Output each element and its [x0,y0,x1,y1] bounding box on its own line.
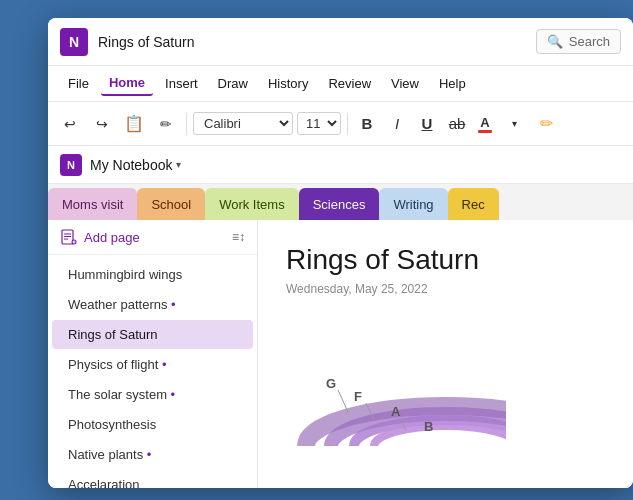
underline-button[interactable]: U [414,111,440,137]
menu-view[interactable]: View [383,72,427,95]
svg-text:F: F [354,389,362,404]
sort-icon[interactable]: ≡↕ [232,230,245,244]
search-label: Search [569,34,610,49]
highlight-button[interactable]: ✏ [532,110,560,138]
window-title: Rings of Saturn [98,34,536,50]
page-item-photosynthesis[interactable]: Photosynthesis [52,410,253,439]
search-icon: 🔍 [547,34,563,49]
menu-history[interactable]: History [260,72,316,95]
svg-text:G: G [326,376,336,391]
color-dropdown-button[interactable]: ▾ [500,110,528,138]
redo-button[interactable]: ↪ [88,110,116,138]
notebook-name[interactable]: My Notebook [90,157,172,173]
tab-writing[interactable]: Writing [379,188,447,220]
tab-moms-visit[interactable]: Moms visit [48,188,137,220]
undo-button[interactable]: ↩ [56,110,84,138]
page-list: Hummingbird wings Weather patterns Rings… [48,255,257,488]
note-date: Wednesday, May 25, 2022 [286,282,605,296]
title-bar: N Rings of Saturn 🔍 Search [48,18,633,66]
page-item-physics-of-flight[interactable]: Physics of flight [52,350,253,379]
page-item-accelaration[interactable]: Accelaration [52,470,253,488]
svg-rect-11 [286,446,506,476]
note-title: Rings of Saturn [286,244,605,276]
content-area: Add page ≡↕ Hummingbird wings Weather pa… [48,220,633,488]
notebook-chevron-icon[interactable]: ▾ [176,159,181,170]
saturn-diagram-svg: G F A B [286,316,506,476]
page-item-weather-patterns[interactable]: Weather patterns [52,290,253,319]
menu-insert[interactable]: Insert [157,72,206,95]
menu-review[interactable]: Review [320,72,379,95]
tab-work-items[interactable]: Work Items [205,188,299,220]
svg-text:A: A [391,404,401,419]
sidebar: Add page ≡↕ Hummingbird wings Weather pa… [48,220,258,488]
toolbar: ↩ ↪ 📋 ✏ Calibri 11 B I U ab A ▾ ✏ [48,102,633,146]
svg-line-16 [338,390,348,412]
add-page-icon [60,228,78,246]
bold-button[interactable]: B [354,111,380,137]
toolbar-separator-1 [186,113,187,135]
menu-draw[interactable]: Draw [210,72,256,95]
add-page-label: Add page [84,230,140,245]
onenote-logo-icon: N [60,28,88,56]
font-color-button[interactable]: A [474,113,496,135]
tabs-row: Moms visit School Work Items Sciences Wr… [48,184,633,220]
toolbar-separator-2 [347,113,348,135]
menu-file[interactable]: File [60,72,97,95]
add-page-button[interactable]: Add page ≡↕ [48,220,257,255]
page-item-rings-of-saturn[interactable]: Rings of Saturn [52,320,253,349]
search-box[interactable]: 🔍 Search [536,29,621,54]
note-area[interactable]: Rings of Saturn Wednesday, May 25, 2022 … [258,220,633,488]
font-size-select[interactable]: 11 [297,112,341,135]
font-color-bar [478,130,492,133]
tab-school[interactable]: School [137,188,205,220]
strikethrough-button[interactable]: ab [444,111,470,137]
tab-sciences[interactable]: Sciences [299,188,380,220]
notebook-bar: N My Notebook ▾ [48,146,633,184]
menu-home[interactable]: Home [101,71,153,96]
notebook-icon: N [60,154,82,176]
menu-bar: File Home Insert Draw History Review Vie… [48,66,633,102]
page-item-solar-system[interactable]: The solar system [52,380,253,409]
tab-rec[interactable]: Rec [448,188,499,220]
page-item-hummingbird-wings[interactable]: Hummingbird wings [52,260,253,289]
page-item-native-plants[interactable]: Native plants [52,440,253,469]
italic-button[interactable]: I [384,111,410,137]
app-window: N Rings of Saturn 🔍 Search File Home Ins… [48,18,633,488]
svg-text:B: B [424,419,433,434]
saturn-diagram: G F A B [286,316,506,476]
format-painter-button[interactable]: ✏ [152,110,180,138]
font-select[interactable]: Calibri [193,112,293,135]
menu-help[interactable]: Help [431,72,474,95]
paste-button[interactable]: 📋 [120,110,148,138]
